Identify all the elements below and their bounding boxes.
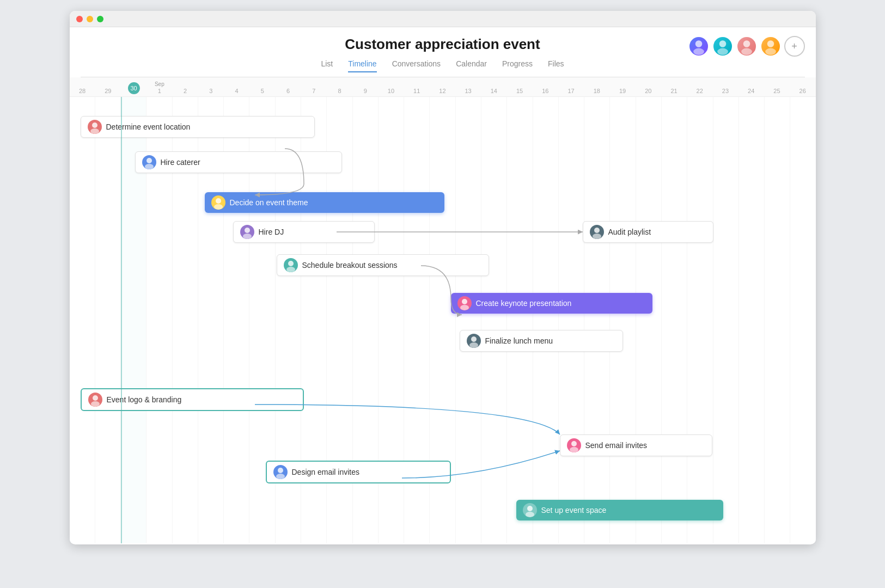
task-label-send-email: Send email invites: [585, 441, 648, 450]
task-label-event-theme: Decide on event theme: [230, 198, 308, 207]
task-label-determine-location: Determine event location: [106, 122, 191, 131]
avatar-2[interactable]: [712, 36, 733, 57]
svg-point-9: [90, 128, 99, 134]
avatar-hire-caterer: [142, 155, 156, 169]
avatar-create-keynote: [457, 296, 472, 310]
minimize-button[interactable]: [87, 16, 93, 22]
svg-point-14: [245, 228, 250, 233]
svg-point-10: [147, 158, 152, 163]
avatar-setup-space: [523, 503, 537, 517]
task-finalize-lunch[interactable]: Finalize lunch menu: [460, 330, 623, 352]
task-label-schedule-breakout: Schedule breakout sessions: [302, 261, 398, 270]
task-label-audit-playlist: Audit playlist: [608, 228, 651, 236]
today-line: [121, 97, 122, 543]
svg-point-17: [593, 234, 601, 239]
ruler-day-23: 23: [712, 88, 738, 94]
task-label-finalize-lunch: Finalize lunch menu: [485, 336, 553, 345]
ruler-day-25: 25: [764, 88, 790, 94]
task-hire-dj[interactable]: Hire DJ: [233, 221, 375, 243]
task-send-email[interactable]: Send email invites: [560, 434, 712, 456]
ruler-day-3: 3: [198, 88, 224, 94]
task-determine-location[interactable]: Determine event location: [81, 116, 315, 138]
ruler-day-15: 15: [506, 88, 532, 94]
maximize-button[interactable]: [97, 16, 103, 22]
ruler-day-7: 7: [301, 88, 327, 94]
svg-point-8: [92, 122, 97, 128]
svg-point-6: [767, 40, 774, 47]
ruler-day-13: 13: [455, 88, 481, 94]
avatar-event-logo: [88, 393, 102, 407]
svg-point-13: [214, 204, 223, 210]
ruler-day-16: 16: [533, 88, 558, 94]
task-label-create-keynote: Create keynote presentation: [476, 299, 572, 308]
ruler-day-20: 20: [636, 88, 661, 94]
task-setup-space[interactable]: Set up event space: [516, 500, 723, 520]
header: Customer appreciation event + List Timel…: [70, 27, 816, 77]
task-hire-caterer[interactable]: Hire caterer: [135, 151, 342, 173]
ruler-day-29: 29: [95, 88, 121, 94]
ruler-day-12: 12: [430, 88, 455, 94]
task-schedule-breakout[interactable]: Schedule breakout sessions: [277, 254, 489, 276]
timeline-ruler: 28 29 30 Sep 1 2 3 4 5 6 7 8 9 10 11 12 …: [70, 77, 816, 97]
avatar-hire-dj: [240, 225, 254, 239]
ruler-day-9: 9: [352, 88, 378, 94]
svg-point-12: [216, 198, 221, 204]
ruler-day-21: 21: [661, 88, 687, 94]
ruler-day-4: 4: [224, 88, 249, 94]
svg-point-3: [717, 48, 728, 56]
tab-list[interactable]: List: [321, 59, 333, 72]
ruler-day-26: 26: [790, 88, 815, 94]
svg-point-31: [526, 512, 534, 517]
ruler-day-28: 28: [70, 88, 95, 94]
ruler-day-2: 2: [172, 88, 198, 94]
svg-point-29: [276, 474, 285, 479]
svg-point-18: [288, 261, 294, 266]
tab-files[interactable]: Files: [548, 59, 564, 72]
svg-point-24: [93, 395, 98, 401]
tab-calendar[interactable]: Calendar: [456, 59, 487, 72]
add-member-button[interactable]: +: [784, 36, 805, 57]
svg-point-26: [571, 441, 577, 446]
ruler-day-5: 5: [249, 88, 275, 94]
task-label-event-logo: Event logo & branding: [107, 395, 182, 404]
svg-point-20: [462, 299, 467, 304]
avatar-design-email: [273, 465, 288, 479]
avatar-audit-playlist: [590, 225, 604, 239]
nav-tabs: List Timeline Conversations Calendar Pro…: [81, 59, 805, 77]
task-event-logo[interactable]: Event logo & branding: [81, 388, 304, 411]
svg-point-16: [594, 228, 600, 233]
app-window: Customer appreciation event + List Timel…: [70, 11, 816, 544]
avatar-1[interactable]: [688, 36, 709, 57]
ruler-day-14: 14: [481, 88, 506, 94]
svg-point-1: [693, 48, 704, 56]
task-audit-playlist[interactable]: Audit playlist: [583, 221, 713, 243]
ruler-day-11: 11: [404, 88, 430, 94]
svg-point-7: [765, 48, 776, 56]
ruler-day-18: 18: [584, 88, 609, 94]
svg-point-5: [741, 48, 752, 56]
task-create-keynote[interactable]: Create keynote presentation: [451, 293, 652, 314]
svg-point-25: [91, 401, 100, 407]
task-design-email[interactable]: Design email invites: [266, 461, 451, 483]
traffic-lights: [76, 16, 103, 22]
task-label-hire-caterer: Hire caterer: [161, 158, 200, 167]
svg-point-19: [286, 267, 295, 272]
avatar-finalize-lunch: [467, 334, 481, 348]
task-label-design-email: Design email invites: [292, 468, 360, 476]
tab-timeline[interactable]: Timeline: [348, 59, 376, 72]
tab-conversations[interactable]: Conversations: [392, 59, 441, 72]
ruler-day-19: 19: [609, 88, 635, 94]
avatar-determine-location: [88, 120, 102, 134]
tab-progress[interactable]: Progress: [502, 59, 533, 72]
ruler-day-10: 10: [378, 88, 404, 94]
task-event-theme[interactable]: Decide on event theme: [205, 192, 444, 213]
task-label-setup-space: Set up event space: [541, 506, 607, 514]
avatar-3[interactable]: [736, 36, 757, 57]
svg-point-21: [460, 305, 469, 310]
svg-point-28: [278, 468, 283, 473]
svg-point-15: [243, 234, 252, 239]
svg-point-4: [743, 40, 750, 47]
avatar-4[interactable]: [760, 36, 781, 57]
close-button[interactable]: [76, 16, 83, 22]
avatar-schedule-breakout: [284, 258, 298, 272]
